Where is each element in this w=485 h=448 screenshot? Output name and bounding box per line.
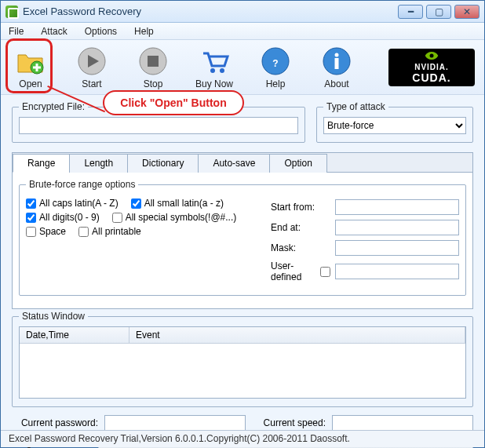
small-latin-option[interactable]: All small latin(a - z) [131,198,224,209]
status-list[interactable]: Date,Time Event [19,326,466,399]
tab-autosave[interactable]: Auto-save [198,154,270,173]
buynow-button[interactable]: Buy Now [194,46,235,89]
open-label: Open [19,78,42,89]
buynow-label: Buy Now [195,78,233,89]
mask-input[interactable] [335,240,459,256]
symbols-label: All special symbols(!@#...) [126,212,237,223]
userdef-input[interactable] [335,264,459,279]
digits-checkbox[interactable] [26,213,36,223]
tab-dictionary[interactable]: Dictionary [127,154,199,173]
small-latin-checkbox[interactable] [131,199,141,209]
tab-option[interactable]: Option [269,154,326,173]
space-option[interactable]: Space [26,226,66,237]
status-col-event[interactable]: Event [129,327,465,343]
svg-point-9 [335,53,339,56]
caps-latin-option[interactable]: All caps latin(A - Z) [26,198,119,209]
bruteforce-options-legend: Brute-force range options [26,179,138,190]
space-label: Space [39,226,66,237]
open-button[interactable]: Open [10,46,51,89]
toolbar: Open Start Stop Buy Now ? Help About NVI… [1,40,484,95]
digits-option[interactable]: All digits(0 - 9) [26,212,100,223]
start-button[interactable]: Start [71,46,112,89]
symbols-option[interactable]: All special symbols(!@#...) [112,212,237,223]
nvidia-eye-icon [424,50,439,61]
menu-help[interactable]: Help [131,24,157,38]
menu-file[interactable]: File [5,24,27,38]
mask-label: Mask: [271,242,335,253]
endat-input[interactable] [335,220,459,235]
content-area: Encrypted File: Type of attack Brute-for… [1,95,484,448]
cuda-text: CUDA. [412,71,450,84]
help-icon: ? [260,46,291,77]
userdef-checkbox[interactable] [320,267,330,277]
options-tabs: Range Length Dictionary Auto-save Option… [12,152,473,309]
printable-checkbox[interactable] [78,227,89,237]
attack-type-select[interactable]: Brute-force [323,117,466,134]
app-window: Excel Password Recovery ━ ▢ ✕ File Attac… [0,0,485,448]
maximize-button[interactable]: ▢ [426,5,451,19]
cuda-badge: NVIDIA. CUDA. [388,49,475,86]
current-password-label: Current password: [12,417,98,428]
svg-point-4 [210,68,215,73]
title-bar: Excel Password Recovery ━ ▢ ✕ [1,1,484,23]
encrypted-file-input[interactable] [19,117,298,134]
help-label: Help [266,78,286,89]
stop-icon [137,46,169,77]
bruteforce-options-group: Brute-force range options All caps latin… [19,179,466,296]
info-icon [321,46,352,77]
tab-range[interactable]: Range [13,154,70,173]
menu-options[interactable]: Options [82,24,120,38]
symbols-checkbox[interactable] [112,213,122,223]
startfrom-input[interactable] [335,199,459,215]
attack-type-group: Type of attack Brute-force [316,101,473,143]
stop-label: Stop [144,78,163,89]
callout-bubble: Click "Open" Button [103,90,244,115]
small-latin-label: All small latin(a - z) [144,198,224,209]
nvidia-text: NVIDIA. [414,63,449,71]
stop-button[interactable]: Stop [133,46,173,89]
status-header: Date,Time Event [20,327,465,344]
close-button[interactable]: ✕ [454,5,480,19]
help-button[interactable]: ? Help [255,46,296,89]
play-icon [76,46,108,77]
printable-label: All printable [92,226,141,237]
about-button[interactable]: About [316,46,357,89]
caps-latin-label: All caps latin(A - Z) [39,198,119,209]
space-checkbox[interactable] [26,227,36,237]
userdef-label: User-defined [271,260,320,282]
svg-point-5 [220,68,224,73]
current-speed-label: Current speed: [264,417,326,428]
status-col-datetime[interactable]: Date,Time [20,327,129,343]
endat-label: End at: [271,222,335,233]
about-label: About [324,78,348,89]
status-window-legend: Status Window [19,311,88,322]
current-password-field [104,415,246,431]
start-label: Start [82,78,101,89]
digits-label: All digits(0 - 9) [39,212,100,223]
cart-icon [199,46,230,77]
printable-option[interactable]: All printable [78,226,141,237]
svg-text:?: ? [272,58,278,69]
minimize-button[interactable]: ━ [398,5,423,19]
svg-rect-3 [148,56,159,67]
status-window-group: Status Window Date,Time Event [12,311,473,407]
app-icon [5,5,18,18]
tab-length[interactable]: Length [69,154,128,173]
window-title: Excel Password Recovery [23,5,398,17]
svg-point-11 [430,54,434,58]
current-speed-field [332,415,473,431]
menu-attack[interactable]: Attack [38,24,70,38]
attack-type-legend: Type of attack [323,101,388,112]
status-bar: Excel Password Recovery Trial,Version 6.… [1,430,484,447]
svg-rect-10 [335,58,339,69]
menu-bar: File Attack Options Help [1,23,484,40]
startfrom-label: Start from: [271,202,335,213]
folder-open-icon [15,46,46,77]
caps-latin-checkbox[interactable] [26,199,36,209]
